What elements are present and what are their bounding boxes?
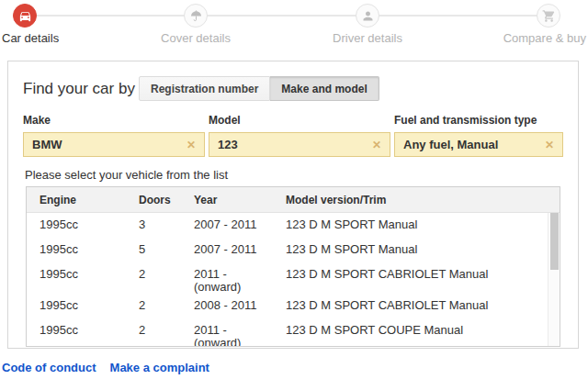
cell-doors: 2 — [139, 268, 194, 294]
vehicle-row-4[interactable]: 1995cc 2 2008 - 2011 123 D M SPORT CABRI… — [27, 294, 560, 318]
step-label-compare-buy: Compare & buy — [503, 31, 586, 45]
step-label-car-details: Car details — [2, 31, 59, 45]
step-label-cover-details: Cover details — [161, 31, 231, 45]
step-driver-details — [356, 4, 379, 28]
select-vehicle-prompt: Please select your vehicle from the list — [25, 168, 563, 182]
model-field-group: Model 123 ✕ — [209, 114, 390, 157]
make-field[interactable]: BMW ✕ — [23, 132, 205, 157]
make-a-complaint-link[interactable]: Make a complaint — [110, 361, 209, 374]
cell-trim: 123 D M SPORT Manual — [286, 218, 560, 231]
cell-engine: 1995cc — [27, 268, 139, 294]
table-scrollbar[interactable] — [548, 213, 560, 346]
cart-icon — [542, 9, 556, 23]
cell-year: 2011 - (onward) — [194, 268, 286, 294]
make-field-group: Make BMW ✕ — [23, 114, 205, 157]
cell-year: 2008 - 2011 — [194, 299, 286, 312]
vehicle-table-body: 1995cc 3 2007 - 2011 123 D M SPORT Manua… — [27, 213, 560, 346]
cell-year: 2007 - 2011 — [194, 243, 286, 256]
vehicle-row-1[interactable]: 1995cc 3 2007 - 2011 123 D M SPORT Manua… — [27, 213, 560, 238]
cell-doors: 3 — [139, 218, 194, 231]
step-label-driver-details: Driver details — [333, 31, 402, 45]
model-field[interactable]: 123 ✕ — [209, 132, 390, 157]
vehicle-row-3[interactable]: 1995cc 2 2011 - (onward) 123 D M SPORT C… — [27, 262, 560, 294]
cell-trim: 123 D M SPORT CABRIOLET Manual — [286, 299, 560, 312]
column-header-trim: Model version/Trim — [286, 194, 560, 206]
stepper-connector-line — [25, 15, 548, 17]
fuel-field-group: Fuel and transmission type Any fuel, Man… — [394, 114, 563, 157]
fuel-transmission-value: Any fuel, Manual — [403, 138, 498, 151]
cell-year: 2007 - 2011 — [194, 218, 286, 231]
model-value: 123 — [218, 138, 238, 151]
cell-engine: 1995cc — [27, 218, 139, 231]
person-icon — [361, 9, 375, 23]
cell-engine: 1995cc — [27, 299, 139, 312]
vehicle-table-header: Engine Doors Year Model version/Trim — [27, 187, 560, 213]
vehicle-table: Engine Doors Year Model version/Trim 199… — [26, 186, 560, 347]
make-value: BMW — [32, 138, 62, 151]
page-title: Find your car by — [23, 80, 139, 98]
make-and-model-button[interactable]: Make and model — [270, 76, 379, 101]
table-scrollbar-thumb[interactable] — [550, 213, 559, 270]
cell-trim: 123 D M SPORT COUPE Manual — [286, 324, 560, 346]
make-label: Make — [23, 114, 205, 127]
footer-links: Code of conduct Make a complaint — [2, 361, 209, 374]
cell-trim: 123 D M SPORT CABRIOLET Manual — [286, 268, 560, 294]
umbrella-icon — [189, 9, 203, 23]
code-of-conduct-link[interactable]: Code of conduct — [2, 361, 96, 374]
cell-engine: 1995cc — [27, 243, 139, 256]
cell-doors: 2 — [139, 299, 194, 312]
cell-trim: 123 D M SPORT Manual — [286, 243, 560, 256]
clear-model-icon[interactable]: ✕ — [372, 139, 381, 150]
cell-engine: 1995cc — [27, 324, 139, 346]
vehicle-row-2[interactable]: 1995cc 5 2007 - 2011 123 D M SPORT Manua… — [27, 238, 560, 262]
car-icon — [18, 9, 32, 23]
clear-make-icon[interactable]: ✕ — [187, 139, 196, 150]
step-car-details[interactable] — [13, 4, 37, 28]
search-mode-toggle: Registration number Make and model — [139, 76, 379, 101]
cell-year: 2011 - (onward) — [194, 324, 286, 346]
fuel-transmission-field[interactable]: Any fuel, Manual ✕ — [394, 132, 563, 157]
clear-fuel-icon[interactable]: ✕ — [545, 139, 554, 150]
cell-doors: 2 — [139, 324, 194, 346]
step-compare-buy — [537, 4, 560, 28]
vehicle-fields-row: Make BMW ✕ Model 123 ✕ Fuel and transmis… — [8, 101, 578, 157]
progress-stepper: Car details Cover details Driver details… — [0, 0, 588, 46]
column-header-engine: Engine — [27, 194, 139, 206]
find-car-panel: Find your car by Registration number Mak… — [7, 61, 579, 349]
step-cover-details — [184, 4, 208, 28]
column-header-year: Year — [194, 194, 286, 206]
column-header-doors: Doors — [139, 194, 194, 206]
panel-header: Find your car by Registration number Mak… — [8, 61, 578, 101]
fuel-transmission-label: Fuel and transmission type — [394, 114, 563, 127]
cell-doors: 5 — [139, 243, 194, 256]
model-label: Model — [209, 114, 390, 127]
registration-number-button[interactable]: Registration number — [139, 76, 270, 101]
vehicle-row-5[interactable]: 1995cc 2 2011 - (onward) 123 D M SPORT C… — [27, 318, 560, 346]
